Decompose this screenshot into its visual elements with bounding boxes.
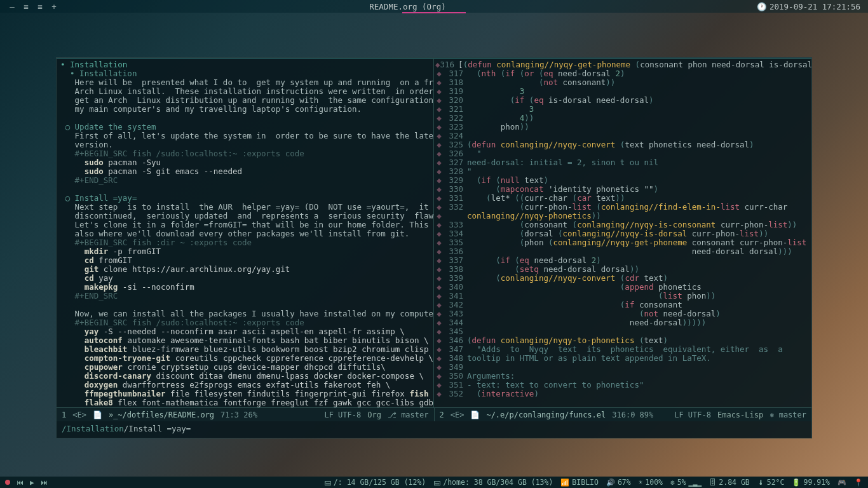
titlebar-buttons: ‒ ≡ ≡ +: [0, 2, 58, 11]
fold-diamond-icon[interactable]: ◆: [435, 327, 443, 336]
src-end: #+END_SRC: [60, 176, 430, 185]
code-line: ◆344 need-dorsal))))): [435, 318, 811, 327]
fold-diamond-icon[interactable]: ◆: [435, 265, 443, 274]
disk-home: 🖴/home: 38 GB/304 GB (13%): [433, 478, 553, 487]
code-line: ◆351- text: text to convert to phonetics…: [435, 381, 811, 390]
fold-diamond-icon[interactable]: ◆: [435, 336, 443, 345]
fold-diamond-icon[interactable]: ◆: [435, 292, 443, 301]
ml-encoding: LF UTF-8: [324, 410, 361, 419]
right-pane[interactable]: ◆316[(defun conlanging//nyqy-get-phoneme…: [434, 58, 811, 407]
fold-diamond-icon[interactable]: ◆: [435, 96, 443, 105]
volume[interactable]: 🔊67%: [606, 478, 631, 487]
fold-diamond-icon[interactable]: ◆: [435, 381, 443, 390]
fold-diamond-icon[interactable]: ◆: [435, 140, 443, 149]
src-line: doxygen dwarffortress e2fsprogs emacs ex…: [60, 381, 430, 390]
media-prev-icon[interactable]: ⏮: [17, 478, 24, 487]
org-heading-3[interactable]: ○ Install =yay=: [60, 194, 430, 203]
fold-diamond-icon[interactable]: ◆: [435, 132, 443, 140]
fold-diamond-icon[interactable]: ◆: [435, 229, 443, 238]
fold-diamond-icon[interactable]: ◆: [435, 158, 443, 167]
line-number: 319: [443, 87, 463, 96]
line-number: 321: [443, 105, 463, 114]
org-text: First of all, let's update the system in…: [60, 132, 430, 140]
fold-diamond-icon[interactable]: ◆: [435, 318, 443, 327]
fold-diamond-icon[interactable]: ◆: [435, 176, 443, 185]
fold-diamond-icon[interactable]: ◆: [435, 372, 443, 381]
code-line: ◆335 (phon (conlanging//nyqy-get-phoneme…: [435, 238, 811, 247]
fold-diamond-icon[interactable]: ◆: [435, 274, 443, 283]
fold-diamond-icon[interactable]: ◆: [435, 185, 443, 194]
minibuffer[interactable]: /Installation/Install =yay=: [57, 421, 811, 435]
fold-diamond-icon[interactable]: ◆: [435, 309, 443, 318]
line-number: 345: [443, 327, 463, 336]
line-number: 340: [443, 283, 463, 292]
split-panes: • Installation • Installation Here will …: [57, 58, 811, 407]
fold-diamond-icon[interactable]: ◆: [435, 203, 443, 212]
wifi-ssid: BIBLIO: [572, 478, 599, 487]
fold-diamond-icon[interactable]: ◆: [435, 87, 443, 96]
code-line: ◆337 (if (eq need-dorsal 2): [435, 256, 811, 265]
media-next-icon[interactable]: ⏭: [41, 478, 48, 487]
fold-diamond-icon[interactable]: ◆: [435, 345, 443, 354]
fold-diamond-icon[interactable]: ◆: [435, 194, 443, 203]
battery-icon: 🔋: [792, 478, 801, 487]
src-line: compton-tryone-git coreutils cppcheck cp…: [60, 354, 430, 363]
fold-diamond-icon[interactable]: ◆: [435, 212, 443, 220]
left-pane[interactable]: • Installation • Installation Here will …: [57, 58, 434, 407]
code-line: ◆329 (if (null text): [435, 176, 811, 185]
fold-diamond-icon[interactable]: ◆: [435, 167, 443, 176]
line-number: 350: [443, 372, 463, 381]
disk-root: 🖴/: 14 GB/125 GB (12%): [324, 478, 426, 487]
brightness[interactable]: ☀100%: [639, 478, 663, 487]
statusbar-right: 🖴/: 14 GB/125 GB (12%) 🖴/home: 38 GB/304…: [324, 478, 863, 487]
fold-diamond-icon[interactable]: ◆: [435, 149, 443, 158]
line-number: 341: [443, 292, 463, 301]
fold-diamond-icon[interactable]: ◆: [435, 123, 443, 132]
code-line: ◆350Arguments:: [435, 372, 811, 381]
line-number: 351: [443, 381, 463, 390]
src-line: git clone https://aur.archlinux.org/yay.…: [60, 265, 430, 274]
fold-diamond-icon[interactable]: ◆: [435, 220, 443, 229]
src-line: cd yay: [60, 274, 430, 283]
temperature: 🌡52°C: [757, 478, 785, 487]
location-icon[interactable]: 📍: [854, 478, 863, 487]
fold-diamond-icon[interactable]: ◆: [435, 363, 443, 372]
code-line: ◆319 3: [435, 87, 811, 96]
titlebar-btn-2[interactable]: ≡: [22, 2, 31, 11]
code-line: ◆332 (curr-phon-list (conlanging//find-e…: [435, 203, 811, 212]
media-play-icon[interactable]: ▶: [30, 478, 34, 487]
src-line: bleachbit bluez-firmware bluez-utils boo…: [60, 345, 430, 354]
org-heading-2[interactable]: • Installation: [60, 69, 430, 78]
ml-git-branch: ⎇ master: [388, 410, 429, 419]
record-icon[interactable]: [5, 480, 10, 485]
code-line: ◆352 (interactive): [435, 390, 811, 398]
org-heading-1[interactable]: • Installation: [60, 60, 430, 69]
org-heading-3[interactable]: ○ Update the system: [60, 123, 430, 132]
fold-diamond-icon[interactable]: ◆: [435, 69, 443, 78]
line-number: 337: [443, 256, 463, 265]
titlebar-btn-4[interactable]: +: [50, 2, 58, 11]
code-line: ◆320 (if (eq is-dorsal need-dorsal): [435, 96, 811, 105]
discord-icon[interactable]: 🎮: [837, 478, 846, 487]
code-line: ◆340 (append phonetics: [435, 283, 811, 292]
fold-diamond-icon[interactable]: ◆: [435, 283, 443, 292]
code-line: ◆338 (setq need-dorsal dorsal)): [435, 265, 811, 274]
fold-diamond-icon[interactable]: ◆: [435, 238, 443, 247]
fold-diamond-icon[interactable]: ◆: [435, 114, 443, 123]
fold-diamond-icon[interactable]: ◆: [435, 105, 443, 114]
titlebar-btn-3[interactable]: ≡: [36, 2, 44, 11]
code-line: ◆322 4)): [435, 114, 811, 123]
fold-diamond-icon[interactable]: ◆: [435, 354, 443, 363]
modeline-right: 2 <E> 📄 ~/.e/p/conlanging/funcs.el 316:0…: [435, 408, 812, 421]
fold-diamond-icon[interactable]: ◆: [435, 247, 443, 256]
fold-diamond-icon[interactable]: ◆: [435, 256, 443, 265]
fold-diamond-icon[interactable]: ◆: [435, 390, 443, 398]
org-text: Let's clone it in a folder =fromGIT= tha…: [60, 220, 430, 229]
fold-diamond-icon[interactable]: ◆: [435, 301, 443, 309]
titlebar-btn-1[interactable]: ‒: [8, 2, 17, 11]
fold-diamond-icon[interactable]: ◆: [435, 78, 443, 87]
wifi[interactable]: 📶BIBLIO: [560, 478, 599, 487]
clock-icon: 🕐: [757, 2, 767, 11]
fold-diamond-icon[interactable]: ◆: [435, 60, 440, 69]
code-line: ◆339 (conlanging//nyqy-convert (cdr text…: [435, 274, 811, 283]
